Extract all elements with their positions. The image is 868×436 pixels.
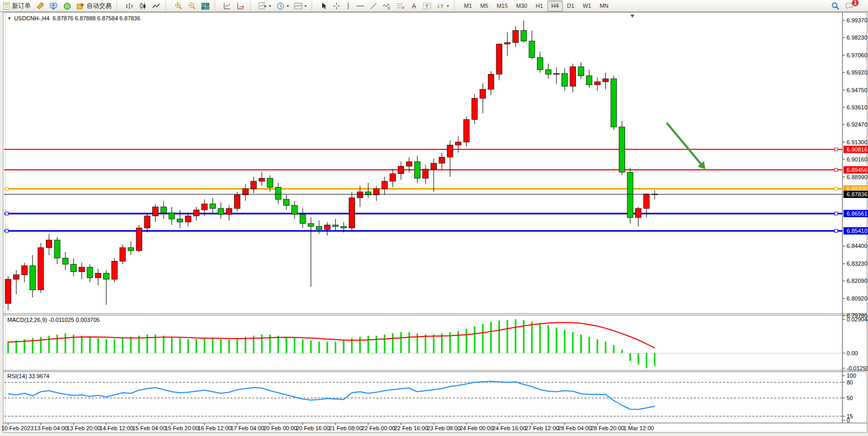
chevron-down-icon[interactable]: ▾ [447, 4, 449, 8]
timeframe-m15[interactable]: M15 [493, 1, 512, 11]
time-label: 24 Feb 16:00 [493, 425, 527, 431]
candle-body [439, 157, 445, 164]
macd-histogram-bar [507, 320, 508, 353]
candle-body [144, 216, 150, 228]
auto-arrange-button[interactable] [221, 0, 234, 11]
candle-body [390, 174, 396, 181]
shapes-button[interactable]: ▾ [434, 0, 451, 11]
candle-body [103, 273, 109, 280]
line-handle[interactable] [835, 229, 838, 232]
macd-histogram-bar [294, 338, 296, 353]
candle-body [341, 227, 347, 228]
chevron-down-icon[interactable]: ▾ [269, 4, 271, 8]
timeframe-mn[interactable]: MN [595, 1, 613, 11]
line-handle[interactable] [835, 168, 838, 171]
macd-histogram-bar [163, 335, 164, 353]
line-handle[interactable] [835, 187, 838, 190]
macd-histogram-bar [171, 337, 173, 353]
candle-body [235, 195, 240, 208]
macd-histogram-bar [286, 337, 287, 353]
candle-body [463, 119, 469, 142]
candle-body [521, 31, 527, 41]
line-chart-button[interactable] [150, 0, 163, 11]
price-tick-label: 6.84400 [847, 243, 867, 249]
candle-body [87, 267, 93, 278]
ohlc-values: 6.87876 6.87888 6.87584 6.87836 [53, 15, 140, 21]
price-axis-label: 6.90816 [847, 146, 867, 153]
timeframe-h1[interactable]: H1 [531, 1, 547, 11]
macd-axis-label: 0.029047 [847, 316, 868, 322]
candle-body [382, 181, 387, 189]
candle-body [529, 41, 535, 58]
timeframe-m5[interactable]: M5 [476, 1, 492, 11]
vertical-line-button[interactable] [343, 0, 353, 11]
zoom-in-button[interactable] [172, 0, 185, 11]
text-label-button[interactable]: T [420, 0, 434, 11]
candle-body [357, 192, 363, 198]
fibonacci-button[interactable]: F [394, 0, 408, 11]
remote-desk-icon [50, 2, 58, 10]
price-tick-label: 6.88990 [847, 174, 867, 180]
line-handle[interactable] [5, 187, 8, 190]
line-handle[interactable] [5, 229, 8, 232]
macd-histogram-bar [220, 339, 222, 353]
chart-profile-button[interactable]: ▾ [291, 0, 309, 11]
autotrade-button[interactable]: 自动交易 [74, 0, 114, 11]
time-label: 22 Feb 16:00 [394, 425, 428, 431]
elliott-wave-button[interactable]: E [380, 0, 394, 11]
timeframe-h4[interactable]: H4 [547, 1, 563, 11]
chart-background [3, 13, 867, 432]
horizontal-line-button[interactable] [353, 0, 367, 11]
period-clock-button[interactable]: ▾ [274, 0, 291, 11]
timeframe-m30[interactable]: M30 [512, 1, 531, 11]
candle-body [54, 240, 60, 258]
macd-axis-label: -0.012934 [847, 365, 868, 371]
candle-body [185, 216, 191, 222]
search-button[interactable] [828, 0, 842, 11]
chart-canvas[interactable]: 6.993706.982306.970606.959206.947506.936… [0, 0, 868, 436]
time-label: 10 Feb 2023 [2, 425, 34, 431]
chart-collapse-icon[interactable]: ▼ [7, 16, 11, 21]
macd-histogram-bar [490, 322, 492, 353]
macd-histogram-bar [343, 340, 345, 353]
candle-body [5, 279, 11, 303]
chart-shift-button[interactable] [234, 0, 248, 11]
toolbar-group-zoom [172, 0, 212, 11]
remote-desk-button[interactable] [47, 0, 60, 11]
signal-button[interactable] [60, 0, 74, 11]
trendline-button[interactable] [367, 0, 380, 11]
zoom-out-button[interactable] [185, 0, 199, 11]
time-label: 14 Feb 12:00 [100, 425, 133, 431]
timeframe-w1[interactable]: W1 [579, 1, 596, 11]
candle-body [480, 89, 486, 98]
candle-body [242, 189, 248, 195]
time-label: 28 Feb 04:00 [558, 425, 592, 431]
chevron-down-icon[interactable]: ▾ [304, 4, 307, 8]
macd-histogram-bar [261, 334, 263, 353]
candlestick-button[interactable] [136, 0, 150, 11]
timeframe-d1[interactable]: D1 [563, 1, 579, 11]
new-order-button[interactable]: 新订单 [0, 0, 33, 11]
tile-windows-button[interactable] [199, 0, 212, 11]
bar-chart-button[interactable] [123, 0, 136, 11]
crosshair-button[interactable] [330, 0, 343, 11]
line-handle[interactable] [5, 212, 8, 215]
cursor-button[interactable] [317, 0, 330, 11]
text-label-icon: T [423, 2, 431, 10]
candle-body [79, 267, 84, 272]
macd-indicator-label: MACD(12,26,9) -0.011025 0.003705 [7, 317, 100, 323]
chart-window[interactable]: 6.993706.982306.970606.959206.947506.936… [0, 0, 868, 436]
line-handle[interactable] [835, 148, 838, 151]
timeframe-m1[interactable]: M1 [460, 1, 476, 11]
new-chart-button[interactable]: ▾ [256, 0, 274, 11]
time-label: 16 Feb 12:00 [198, 425, 231, 431]
macd-histogram-bar [589, 337, 590, 353]
price-tick-label: 6.82090 [847, 278, 867, 284]
text-button[interactable]: A [408, 0, 420, 11]
chat-button[interactable]: 1 [842, 0, 865, 11]
gold-tool-button[interactable] [33, 0, 47, 11]
macd-histogram-bar [195, 339, 197, 353]
crosshair-icon [333, 2, 340, 10]
chevron-down-icon[interactable]: ▾ [287, 4, 289, 8]
line-handle[interactable] [835, 212, 838, 215]
